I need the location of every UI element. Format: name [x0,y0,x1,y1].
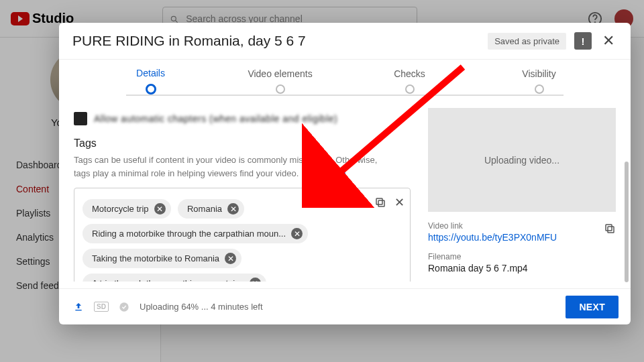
dialog-header: PURE RIDING in Romania, day 5 6 7 Saved … [59,23,631,60]
step-dot [405,84,415,94]
svg-rect-6 [608,227,614,233]
scrollbar-thumb[interactable] [625,162,629,282]
remove-tag-icon[interactable]: ✕ [250,278,261,282]
tag-chip[interactable]: Taking the motorbike to Romania✕ [83,249,241,268]
step-dot [535,84,544,94]
svg-rect-8 [75,310,81,310]
learn-more-link[interactable]: Learn more [301,168,345,178]
step-label: Visibility [522,68,555,79]
dialog-body: Allow automatic chapters (when available… [59,95,631,288]
details-left-column: Allow automatic chapters (when available… [74,108,411,282]
auto-chapters-row[interactable]: Allow automatic chapters (when available… [74,112,411,125]
sd-badge-icon: SD [94,302,109,312]
filename-label: Filename [428,252,616,261]
remove-tag-icon[interactable]: ✕ [227,203,239,215]
svg-point-9 [119,303,128,312]
checks-pending-icon [117,301,131,313]
remove-tag-icon[interactable]: ✕ [154,203,166,215]
save-status-chip: Saved as private [488,33,566,50]
feedback-icon[interactable]: ! [574,32,592,50]
remove-tag-icon[interactable]: ✕ [291,228,303,239]
next-button[interactable]: NEXT [566,296,619,318]
tags-section-title: Tags [74,137,411,149]
step-visibility[interactable]: Visibility [474,68,604,94]
preview-status-text: Uploading video... [484,155,559,166]
copy-link-icon[interactable] [604,221,616,235]
step-dot [276,84,285,94]
stepper: Details Video elements Checks Visibility [59,60,631,95]
step-details[interactable]: Details [86,68,215,95]
remove-tag-icon[interactable]: ✕ [225,253,236,264]
filename-value: Romania day 5 6 7.mp4 [428,263,616,274]
checkbox-checked-icon[interactable] [74,112,87,125]
step-label: Checks [394,68,425,79]
close-icon[interactable]: ✕ [600,32,617,50]
tag-chip[interactable]: Motorcycle trip✕ [83,199,171,219]
video-preview-placeholder: Uploading video... [428,108,616,212]
video-link-label: Video link [428,221,616,231]
upload-dialog: PURE RIDING in Romania, day 5 6 7 Saved … [59,23,631,324]
video-link[interactable]: https://youtu.be/tyE3PX0nMFU [428,232,616,243]
step-video-elements[interactable]: Video elements [215,68,345,94]
dialog-title: PURE RIDING in Romania, day 5 6 7 [72,33,306,49]
dialog-footer: SD Uploading 64% ... 4 minutes left NEXT [59,288,631,324]
tag-chip[interactable]: Riding a motorbike through the carpathia… [83,224,308,243]
step-checks[interactable]: Checks [345,68,474,94]
tags-section-description: Tags can be useful if content in your vi… [74,154,396,180]
copy-icon[interactable] [374,195,386,210]
svg-rect-4 [378,200,384,206]
step-label: Video elements [248,68,312,79]
details-right-column: Uploading video... Video link https://yo… [428,108,616,282]
tags-input[interactable]: ✕ Motorcycle trip✕ Romania✕ Riding a mot… [74,188,411,282]
step-dot [146,84,156,95]
svg-rect-5 [376,198,382,204]
auto-chapters-label: Allow automatic chapters (when available… [94,113,337,124]
svg-rect-7 [606,225,612,231]
tag-chip[interactable]: A trip through the carpathian mountains✕ [83,274,266,282]
tag-chip[interactable]: Romania✕ [178,199,244,219]
clear-tags-icon[interactable]: ✕ [394,195,405,210]
upload-icon [71,301,86,313]
upload-status-text: Uploading 64% ... 4 minutes left [140,302,263,312]
step-label: Details [136,68,165,78]
